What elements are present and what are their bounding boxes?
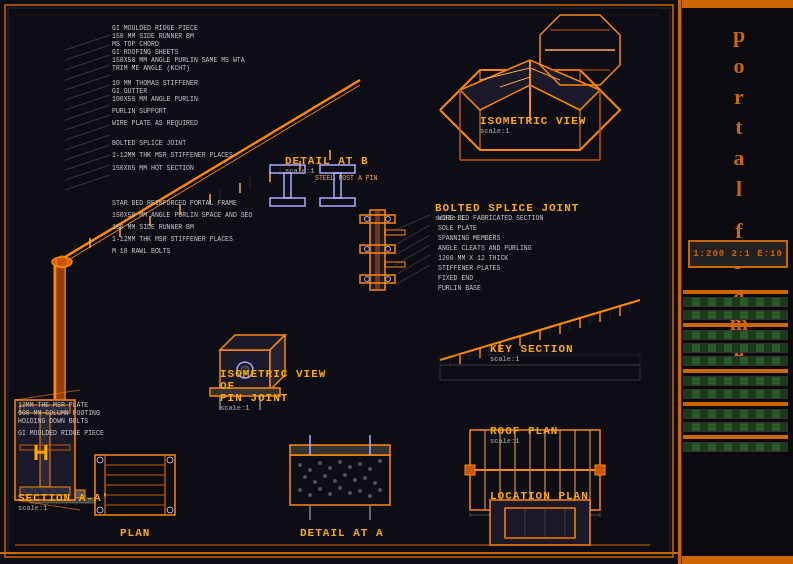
svg-point-135 <box>348 465 352 469</box>
svg-point-148 <box>308 493 312 497</box>
ann-r1: WIRE BED FABRICATED SECTION <box>438 215 543 222</box>
svg-point-130 <box>298 463 302 467</box>
drawing-area: H <box>0 0 680 564</box>
svg-point-134 <box>338 460 342 464</box>
ann-9: 100X50 MM ANGLE PURLIN <box>112 96 198 103</box>
deco-strip-10 <box>683 442 788 452</box>
deco-orange-3 <box>683 369 788 373</box>
svg-rect-172 <box>595 465 605 475</box>
deco-strip-8 <box>683 409 788 419</box>
svg-point-153 <box>358 489 362 493</box>
deco-strip-4 <box>683 343 788 353</box>
ann-r4: ANGLE CLEATS AND PURLING <box>438 245 532 252</box>
ann-4: GI ROOFING SHEETS <box>112 49 178 56</box>
isometric-view-label: ISOMETRIC VIEW scale:1 <box>480 115 586 135</box>
ann-7: 10 MM THOMAS STIFFENER <box>112 80 198 87</box>
ann-16: 150X50 MM ANGLE PURLIN SPACE AND SEO <box>112 212 252 219</box>
cad-drawing: H <box>0 0 680 564</box>
detail-b-label: DETAIL AT B scale:1 <box>285 155 369 175</box>
svg-point-150 <box>328 492 332 496</box>
ann-19: M 18 RAWL BOLTS <box>112 248 171 255</box>
svg-point-154 <box>368 494 372 498</box>
ann-13: 1-12MM THK MSR STIFFENER PLACES <box>112 152 233 159</box>
ann-12: BOLTED SPLICE JOINT <box>112 140 186 147</box>
deco-strips <box>683 290 793 452</box>
ann-r5: 1200 MM X 12 THICK <box>438 255 508 262</box>
deco-orange-1 <box>683 290 788 294</box>
svg-point-132 <box>318 461 322 465</box>
ann-17: 150 MM SIDE RUNNER BM <box>112 224 194 231</box>
svg-point-152 <box>348 491 352 495</box>
svg-point-142 <box>333 479 337 483</box>
ann-r3: SPANNING MEMBERS <box>438 235 500 242</box>
svg-point-147 <box>298 488 302 492</box>
top-bar <box>682 0 793 8</box>
svg-point-141 <box>323 474 327 478</box>
ann-3: MS TOP CHORD <box>112 41 159 48</box>
roof-plan-label: ROOF PLAN scale:1 <box>490 425 558 445</box>
key-section-label: KEY SECTION scale:1 <box>490 343 574 363</box>
deco-orange-5 <box>683 435 788 439</box>
deco-strip-3 <box>683 330 788 340</box>
svg-point-144 <box>353 478 357 482</box>
ann-14: 150X65 MM HOT SECTION <box>112 165 194 172</box>
deco-strip-2 <box>683 310 788 320</box>
deco-orange-4 <box>683 402 788 406</box>
ann-b4: GI MOULDED RIDGE PIECE <box>18 430 104 437</box>
deco-strip-7 <box>683 389 788 399</box>
svg-point-143 <box>343 473 347 477</box>
svg-point-131 <box>308 468 312 472</box>
deco-strip-1 <box>683 297 788 307</box>
ann-r6: STIFFENER PLATES <box>438 265 500 272</box>
ann-15: STAR BED REINFORCED PORTAL FRAME <box>112 200 237 207</box>
ann-1: GI MOULDED RIDGE PIECE <box>112 25 198 32</box>
svg-point-140 <box>313 480 317 484</box>
svg-point-26 <box>52 257 72 267</box>
right-bottom-bar <box>682 556 793 564</box>
svg-point-133 <box>328 466 332 470</box>
ann-8: GI GUTTER <box>112 88 147 95</box>
svg-rect-156 <box>290 445 390 455</box>
ann-11: WIRE PLATE AS REQUIRED <box>112 120 198 127</box>
detail-a-label: DETAIL AT A <box>300 527 384 539</box>
ann-b3: HOlDING DOWN BOLTS <box>18 418 88 425</box>
svg-point-145 <box>363 476 367 480</box>
ann-b2: 600 MM COLUMN FOOTING <box>18 410 100 417</box>
steel-post-label: STEEL POST A PIN <box>315 175 377 182</box>
ann-10: PURLIN SUPPORT <box>112 108 167 115</box>
svg-point-151 <box>338 486 342 490</box>
ann-b1: 12MM THE MSR PLATE <box>18 402 88 409</box>
right-panel: p o r t a l f r a m e 1:200 2:1 E:10 <box>680 0 793 564</box>
svg-point-155 <box>378 488 382 492</box>
svg-point-138 <box>378 459 382 463</box>
ann-r7: FIXED END <box>438 275 473 282</box>
svg-point-139 <box>303 475 307 479</box>
location-plan-label: LOCATION PLAN <box>490 490 589 502</box>
deco-strip-9 <box>683 422 788 432</box>
svg-point-136 <box>358 462 362 466</box>
deco-orange-2 <box>683 323 788 327</box>
isometric-pin-label: ISOMETRIC VIEW OF PIN JOINT scale:1 <box>220 368 326 412</box>
deco-strip-5 <box>683 356 788 366</box>
plan-label: PLAN <box>120 527 150 539</box>
svg-rect-59 <box>375 210 380 290</box>
bottom-line <box>0 552 680 554</box>
svg-rect-171 <box>465 465 475 475</box>
section-aa-label: SECTION A-A' scale:1 <box>18 492 109 512</box>
scale-box: 1:200 2:1 E:10 <box>688 240 788 268</box>
ann-18: 1-12MM THK MSR STIFFENER PLACES <box>112 236 233 243</box>
svg-point-137 <box>368 467 372 471</box>
ann-5: 150X50 MM ANGLE PURLIN SAME MS WTA <box>112 57 245 64</box>
svg-point-149 <box>318 487 322 491</box>
deco-strip-6 <box>683 376 788 386</box>
ann-r8: PURLIN BASE <box>438 285 481 292</box>
svg-point-146 <box>373 481 377 485</box>
right-divider <box>678 0 681 564</box>
svg-text:H: H <box>33 440 49 465</box>
ann-6: TRIM ME ANGLE (KCHT) <box>112 65 190 72</box>
ann-r2: SOLE PLATE <box>438 225 477 232</box>
ann-2: 150 MM SIDE RUNNER BM <box>112 33 194 40</box>
